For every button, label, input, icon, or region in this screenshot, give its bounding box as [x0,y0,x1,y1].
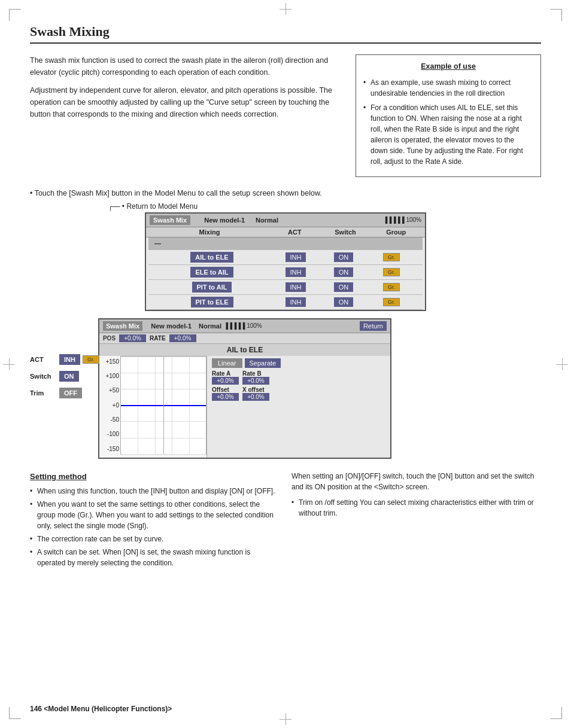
pos-val[interactable]: +0.0% [119,334,146,342]
linear-btn[interactable]: Linear [212,358,242,368]
graph-label-0: +0 [101,402,119,409]
setting-item-3: A switch can be set. When [ON] is set, t… [30,547,280,568]
row-label-ele-ail[interactable]: ELE to AIL [190,267,233,278]
trim-off-btn[interactable]: OFF [59,388,82,398]
group-icon-3[interactable]: Gr. [383,298,400,306]
example-item-2: For a condition which uses AIL to ELE, s… [363,102,533,167]
intro-text: The swash mix function is used to correc… [30,54,344,177]
screen2-normal: Normal [199,322,221,330]
screen1: Swash Mix New model-1 Normal ▐▐▐▐▐ 100% … [145,212,426,311]
example-box: Example of use As an example, use swash … [356,54,541,177]
setting-item-0: When using this function, touch the [INH… [30,486,280,496]
rate-label-sub: RATE [150,335,165,342]
act-btn-0[interactable]: INH [286,252,306,262]
screen1-battery: ▐▐▐▐▐ 100% [383,217,421,223]
act-label: ACT [30,356,57,363]
setting-method-title: Setting method [30,471,280,483]
table-row[interactable]: PIT to AIL INH ON Gr. [148,280,423,295]
example-title: Example of use [363,61,533,72]
screen2-battery: ▐▐▐▐▐ 100% [224,322,262,329]
example-item-1: As an example, use swash mixing to corre… [363,77,533,99]
setting-method: Setting method When using this function,… [30,471,280,571]
screen1-model-name: New model-1 [204,217,245,224]
graph-label-50n: -50 [101,416,119,423]
intro-para1: The swash mix function is used to correc… [30,54,344,78]
screen1-swash-mix-label[interactable]: Swash Mix [150,215,190,225]
table-row: — [148,237,423,250]
example-list: As an example, use swash mixing to corre… [363,77,533,167]
return-to-menu-label: ┌— • Return to Model Menu [108,202,198,211]
offset-label: Offset [212,386,239,393]
graph-label-150p: +150 [101,358,119,365]
graph-label-100p: +100 [101,373,119,379]
graph-label-50p: +50 [101,387,119,394]
x-offset-val[interactable]: +0.0% [242,393,269,401]
rate-a-val[interactable]: +0.0% [212,377,239,385]
row-label-pit-ail[interactable]: PIT to AIL [192,282,232,293]
switch-btn-0[interactable]: ON [334,252,354,262]
switch-col-header: Switch [320,229,371,236]
page-title: Swash Mixing [30,24,541,44]
switch-label: Switch [30,373,57,380]
table-row[interactable]: AIL to ELE INH ON Gr. [148,250,423,265]
group-col-header: Group [370,229,421,236]
row-label-pit-ele[interactable]: PIT to ELE [191,297,233,307]
act-btn-3[interactable]: INH [286,297,306,307]
screen2: Swash Mix New model-1 Normal ▐▐▐▐▐ 100% … [98,318,391,459]
table-row[interactable]: PIT to ELE INH ON Gr. [148,295,423,310]
graph-area: +150 +100 +50 +0 -50 -100 -150 [99,356,207,458]
right-notes: When setting an [ON]/[OFF] switch, touch… [291,471,541,571]
graph-label-150n: -150 [101,446,119,452]
setting-item-1: When you want to set the same settings t… [30,499,280,531]
table-row[interactable]: ELE to AIL INH ON Gr. [148,265,423,280]
switch-btn-1[interactable]: ON [334,267,354,277]
screen1-normal-label: Normal [256,217,278,224]
right-note-para1: When setting an [ON]/[OFF] switch, touch… [291,471,541,492]
mixing-col-header: Mixing [150,229,269,236]
group-icon-2[interactable]: Gr. [383,283,400,291]
switch-btn-2[interactable]: ON [334,282,354,292]
act-col-header: ACT [269,229,320,236]
intro-para2: Adjustment by independent curve for aile… [30,84,344,120]
rate-b-label: Rate B [242,370,269,377]
rate-b-val[interactable]: +0.0% [242,377,269,385]
screen2-detail-title: AIL to ELE [227,346,263,354]
group-icon-0[interactable]: Gr. [383,253,400,261]
switch-on-btn[interactable]: ON [59,371,79,382]
rate-val-sub[interactable]: +0.0% [169,334,196,342]
switch-btn-3[interactable]: ON [334,297,354,307]
row-label-ail-ele[interactable]: AIL to ELE [190,252,233,263]
group-icon-1[interactable]: Gr. [383,268,400,276]
right-panel: Linear Separate Rate A +0.0% [207,356,390,458]
offset-val[interactable]: +0.0% [212,393,239,401]
pos-label: POS [103,335,116,342]
return-btn[interactable]: Return [360,321,387,331]
screen2-model-name: New model-1 [151,322,192,330]
separate-btn[interactable]: Separate [245,358,281,368]
act-btn-2[interactable]: INH [286,282,306,292]
trim-label: Trim [30,389,57,397]
rate-a-label: Rate A [212,370,239,377]
act-btn-1[interactable]: INH [286,267,306,277]
screen2-swash-label[interactable]: Swash Mix [103,321,142,331]
act-inh-btn[interactable]: INH [59,354,80,365]
page-footer: 146 <Model Menu (Helicopter Functions)> [30,705,172,713]
screen2-group-icon[interactable]: Gr. [83,355,99,364]
touch-instruction: • Touch the [Swash Mix] button in the Mo… [30,189,541,197]
right-note-bullet1: Trim on /off setting You can select mixi… [291,497,541,519]
graph-label-100n: -100 [101,431,119,437]
setting-item-2: The correction rate can be set by curve. [30,534,280,544]
screen2-left-labels: ACT INH Gr. Switch ON Trim OFF [30,318,99,402]
x-offset-label: X offset [242,386,269,393]
row-dash: — [152,240,272,247]
